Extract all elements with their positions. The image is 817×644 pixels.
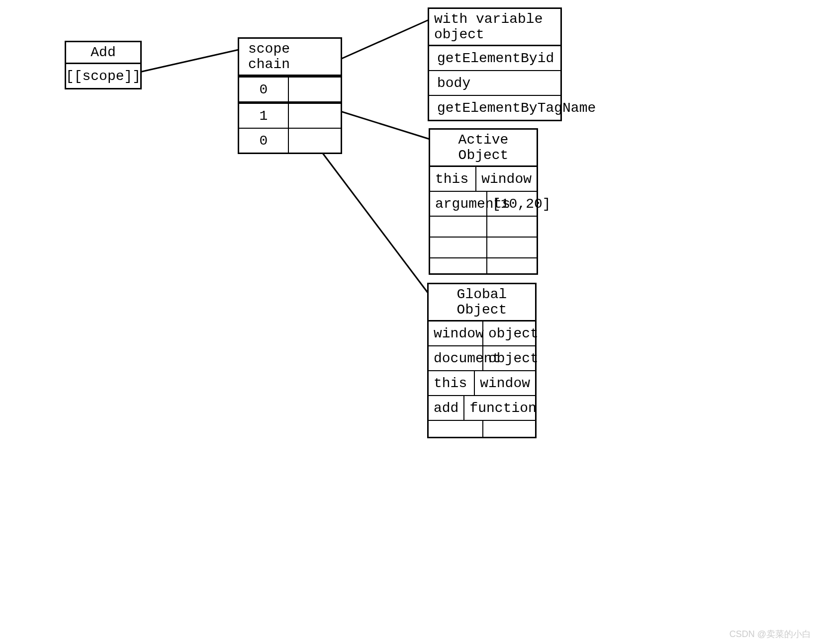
- global-object-row: document object: [429, 346, 535, 371]
- with-var-obj-row: body: [429, 71, 560, 96]
- global-object-key: window: [429, 322, 483, 345]
- global-object-val: function: [464, 396, 541, 420]
- scope-chain-ref: [289, 78, 341, 101]
- active-object-key: arguments: [430, 192, 487, 216]
- svg-line-3: [308, 134, 428, 293]
- global-object-key: [429, 421, 483, 437]
- with-var-obj-item: getElementByTagName: [429, 96, 601, 120]
- scope-chain-index: 0: [239, 78, 289, 101]
- scope-chain-title: scope chain: [239, 39, 341, 76]
- scope-chain-row: 0: [239, 129, 341, 153]
- with-var-obj-row: getElementByTagName: [429, 96, 560, 120]
- with-var-obj-item: getElementByid: [429, 46, 559, 70]
- global-object-box: Global Object window object document obj…: [427, 283, 537, 438]
- connector-lines: [0, 0, 817, 644]
- active-object-val: window: [476, 167, 537, 191]
- global-object-key: document: [429, 346, 483, 370]
- add-box-scope: [[scope]]: [66, 64, 140, 88]
- global-object-row: this window: [429, 371, 535, 396]
- active-object-row: [430, 258, 537, 273]
- active-object-row: arguments [10,20]: [430, 192, 537, 217]
- with-var-obj-item: body: [429, 71, 475, 95]
- active-object-val: [10,20]: [487, 192, 556, 216]
- global-object-row: window object: [429, 322, 535, 346]
- active-object-val: [487, 217, 537, 237]
- active-object-row: [430, 238, 537, 258]
- active-object-box: Active Object this window arguments [10,…: [429, 128, 538, 275]
- watermark-text: CSDN @卖菜的小白: [729, 628, 811, 640]
- with-var-obj-title: with variable object: [429, 9, 560, 46]
- global-object-row: [429, 421, 535, 437]
- scope-chain-ref: [289, 129, 341, 153]
- scope-chain-row: 0: [239, 76, 341, 102]
- scope-chain-index: 0: [239, 129, 289, 153]
- scope-chain-row: 1: [239, 102, 341, 129]
- add-box: Add [[scope]]: [65, 41, 142, 89]
- active-object-val: [487, 238, 537, 257]
- add-box-title: Add: [66, 42, 140, 64]
- scope-chain-ref: [289, 104, 341, 128]
- active-object-key: this: [430, 167, 476, 191]
- svg-line-0: [140, 50, 239, 72]
- global-object-key: this: [429, 371, 475, 395]
- global-object-val: window: [475, 371, 535, 395]
- scope-chain-index: 1: [239, 104, 289, 128]
- with-variable-object-box: with variable object getElementByid body…: [428, 7, 562, 121]
- active-object-title: Active Object: [430, 130, 537, 167]
- global-object-title: Global Object: [429, 284, 535, 322]
- global-object-key: add: [429, 396, 464, 420]
- active-object-row: this window: [430, 167, 537, 192]
- active-object-val: [487, 258, 537, 273]
- global-object-val: [483, 421, 535, 437]
- global-object-val: object: [483, 322, 544, 345]
- with-var-obj-row: getElementByid: [429, 46, 560, 71]
- active-object-key: [430, 238, 487, 257]
- active-object-key: [430, 217, 487, 237]
- global-object-val: object: [483, 346, 544, 370]
- scope-chain-box: scope chain 0 1 0: [238, 37, 342, 154]
- global-object-row: add function: [429, 396, 535, 421]
- active-object-row: [430, 217, 537, 238]
- active-object-key: [430, 258, 487, 273]
